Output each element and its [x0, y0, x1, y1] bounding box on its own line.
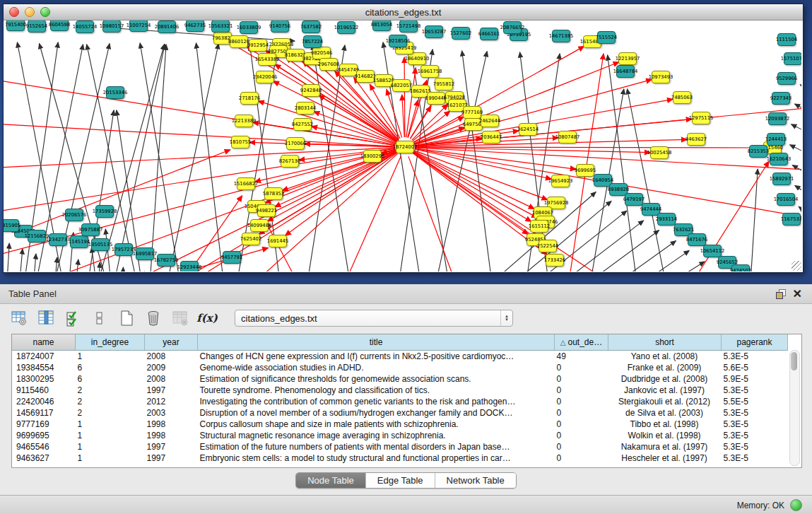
graph-node[interactable]: 30975887 — [78, 224, 103, 236]
graph-node[interactable]: 2933114 — [656, 214, 677, 226]
tab-edge-table[interactable]: Edge Table — [366, 473, 435, 488]
graph-node[interactable]: 12342737 — [46, 234, 71, 246]
graph-edge[interactable] — [110, 45, 165, 271]
graph-node[interactable]: 8267130 — [279, 156, 300, 168]
graph-node[interactable]: 11007254 — [126, 21, 151, 32]
graph-node[interactable]: 18724007 — [393, 141, 418, 153]
graph-node[interactable]: 1145194 — [69, 236, 90, 248]
graph-node[interactable]: 1111504 — [776, 34, 797, 46]
graph-node[interactable]: 9242848 — [300, 85, 322, 97]
graph-node[interactable]: 14671385 — [549, 30, 574, 42]
graph-node[interactable]: 12093872 — [765, 113, 790, 125]
graph-edge[interactable] — [415, 148, 576, 170]
graph-node[interactable]: 10563321 — [208, 21, 233, 33]
close-panel-icon[interactable]: ✕ — [793, 289, 802, 299]
column-header-pagerank[interactable]: pagerank — [722, 334, 788, 351]
graph-node[interactable]: 9820546 — [311, 47, 332, 59]
graph-edge[interactable] — [415, 147, 763, 148]
graph-node[interactable]: 2462644 — [479, 115, 500, 127]
table-row[interactable]: 911546021997Tourette syndrome. Phenomeno… — [12, 385, 788, 396]
delete-columns-icon[interactable] — [144, 309, 163, 327]
graph-node[interactable]: 8604598 — [49, 21, 70, 31]
graph-node[interactable]: 9152654 — [26, 21, 47, 33]
table-row[interactable]: 977716911998Corpus callosum shape and si… — [12, 419, 788, 430]
column-header-out_de[interactable]: △out_de… — [555, 334, 608, 351]
rows-icon[interactable] — [90, 309, 109, 327]
new-column-icon[interactable] — [117, 309, 136, 327]
graph-node[interactable]: 17016504 — [774, 194, 799, 206]
graph-node[interactable]: 1810755 — [230, 136, 251, 148]
graph-node[interactable]: 2522544 — [537, 240, 558, 252]
graph-node[interactable]: 15892971 — [770, 173, 794, 185]
graph-node[interactable]: 16782759 — [154, 255, 179, 267]
graph-node[interactable]: 7955812 — [433, 78, 454, 90]
graph-node[interactable]: 1691445 — [267, 235, 288, 247]
graph-node[interactable]: 20206576 — [62, 209, 87, 221]
graph-node[interactable]: 7915400 — [5, 21, 26, 31]
graph-node[interactable]: 8427552 — [292, 119, 313, 131]
graph-node[interactable]: 1527602 — [450, 28, 471, 40]
graph-node[interactable]: 15721498 — [396, 21, 421, 33]
network-graph[interactable]: 1872400718300295796382288601288912954232… — [4, 21, 801, 271]
table-row[interactable]: 969969511998Structural magnetic resonanc… — [12, 430, 788, 441]
graph-node[interactable]: 8860128 — [228, 36, 249, 48]
table-row[interactable]: 1872400712008Changes of HCN gene express… — [12, 351, 788, 363]
graph-node[interactable]: 9227343 — [770, 93, 792, 105]
graph-node[interactable]: 2803144 — [295, 103, 316, 115]
column-header-name[interactable]: name — [12, 334, 76, 351]
graph-node[interactable]: 6466161 — [478, 28, 500, 40]
graph-edge[interactable] — [611, 250, 689, 271]
graph-node[interactable]: 18300295 — [360, 151, 385, 163]
graph-node[interactable]: 10973493 — [649, 71, 673, 83]
graph-node[interactable]: 10025458 — [647, 147, 672, 159]
graph-edge[interactable] — [415, 149, 552, 179]
table-row[interactable]: 1830029562008Estimation of significance … — [12, 373, 788, 385]
graph-node[interactable]: 10653287 — [422, 26, 447, 38]
graph-node[interactable]: 18640910 — [405, 53, 430, 65]
graph-node[interactable]: 2036447 — [481, 132, 502, 144]
graph-node[interactable]: 9777169 — [461, 107, 483, 119]
graph-node[interactable]: 3315905 — [4, 220, 20, 232]
tab-network-table[interactable]: Network Table — [435, 473, 516, 488]
graph-node[interactable]: 20876652 — [500, 22, 525, 34]
table-row[interactable]: 946554611997Estimation of the future num… — [12, 441, 788, 452]
graph-node[interactable]: 15166827 — [234, 178, 259, 190]
graph-node[interactable]: 13505135 — [88, 239, 113, 251]
graph-node[interactable]: 8813054 — [371, 21, 392, 31]
table-scrollbar-thumb[interactable] — [791, 352, 797, 370]
graph-node[interactable]: 6479197 — [623, 194, 645, 206]
graph-edge[interactable] — [790, 145, 801, 160]
graph-node[interactable]: 9699695 — [575, 165, 596, 177]
table-row[interactable]: 1456911722003Disruption of a novel membe… — [12, 407, 788, 419]
graph-node[interactable]: 10807487 — [555, 132, 580, 144]
graph-edge[interactable] — [4, 151, 396, 271]
table-row[interactable]: 1938455462009Genome-wide association stu… — [12, 362, 788, 373]
graph-node[interactable]: 19654923 — [548, 175, 573, 187]
table-scrollbar[interactable] — [789, 350, 800, 466]
graph-node[interactable]: 9140756 — [269, 21, 290, 33]
graph-node[interactable]: 12923448 — [177, 262, 202, 272]
graph-node[interactable]: 10980157 — [100, 21, 124, 33]
graph-node[interactable]: 14055724 — [73, 21, 98, 33]
tab-node-table[interactable]: Node Table — [296, 473, 366, 488]
table-mode-icon[interactable] — [10, 309, 28, 327]
graph-node[interactable]: 15751074 — [781, 53, 801, 65]
function-builder-icon[interactable]: f(x) — [198, 309, 216, 327]
network-window-titlebar[interactable]: citations_edges.txt — [4, 4, 803, 21]
float-panel-icon[interactable] — [776, 289, 786, 299]
graph-node[interactable]: 7485063 — [671, 92, 693, 104]
graph-node[interactable]: 2170066 — [285, 138, 306, 150]
graph-node[interactable]: 9424502 — [730, 265, 751, 272]
graph-node[interactable]: 20153346 — [103, 87, 128, 99]
column-header-in_degree[interactable]: in_degree — [76, 334, 145, 351]
graph-edge[interactable] — [387, 89, 402, 137]
graph-node[interactable]: 12213389 — [232, 115, 257, 127]
graph-node[interactable]: 6822057 — [391, 80, 412, 92]
show-column-icon[interactable] — [37, 309, 55, 327]
graph-node[interactable]: 12975115 — [689, 112, 714, 124]
graph-edge[interactable] — [92, 45, 165, 271]
graph-node[interactable]: 3624514 — [517, 124, 539, 136]
graph-node[interactable]: 17359928 — [93, 206, 117, 218]
graph-edge[interactable] — [4, 151, 396, 271]
graph-node[interactable]: 2967608 — [318, 59, 339, 71]
